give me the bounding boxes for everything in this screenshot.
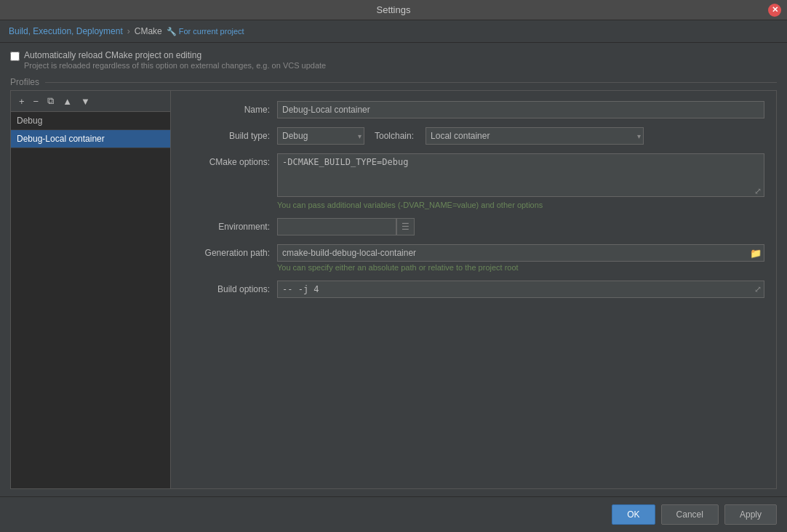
profiles-section: Profiles + − ⧉ ▲ ▼ Debug Debug-Local con… [10, 77, 777, 489]
breadcrumb-parent[interactable]: Build, Execution, Deployment [9, 26, 123, 36]
environment-field-wrap: ☰ [277, 218, 764, 235]
cmake-options-textarea-wrap: ⤢ [277, 153, 764, 199]
autoreload-checkbox[interactable] [10, 52, 20, 61]
apply-button[interactable]: Apply [724, 504, 777, 525]
environment-label: Environment: [183, 218, 277, 232]
build-options-field-wrap: ⤢ [277, 281, 764, 298]
cmake-options-expand-button[interactable]: ⤢ [754, 186, 762, 196]
profile-sidebar: + − ⧉ ▲ ▼ Debug Debug-Local container [11, 91, 171, 488]
build-options-row: Build options: ⤢ [183, 281, 764, 298]
name-field-wrap [277, 101, 764, 118]
move-up-button[interactable]: ▲ [59, 94, 76, 108]
build-options-input[interactable] [277, 281, 764, 298]
profiles-body: + − ⧉ ▲ ▼ Debug Debug-Local container Na… [10, 90, 777, 489]
title-bar: Settings ✕ [0, 0, 787, 20]
close-button[interactable]: ✕ [768, 4, 781, 17]
generation-path-field-wrap: 📁 You can specify either an absolute pat… [277, 244, 764, 272]
generation-path-help: You can specify either an absolute path … [277, 263, 764, 272]
autoreload-label-block: Automatically reload CMake project on ed… [24, 50, 326, 70]
gen-path-wrap: 📁 [277, 244, 764, 262]
environment-edit-button[interactable]: ☰ [396, 218, 415, 235]
toolchain-select[interactable]: Local container Default Docker [426, 127, 644, 145]
breadcrumb-separator: › [127, 26, 130, 36]
toolchain-label: Toolchain: [375, 131, 414, 141]
build-options-label: Build options: [183, 281, 277, 294]
toolchain-select-wrap: Local container Default Docker ▾ [426, 127, 644, 145]
cmake-options-field-wrap: ⤢ You can pass additional variables (-DV… [277, 153, 764, 209]
cmake-options-help: You can pass additional variables (-DVAR… [277, 201, 764, 209]
ok-button[interactable]: OK [612, 504, 655, 525]
name-label: Name: [183, 101, 277, 115]
cmake-options-textarea[interactable] [277, 153, 764, 197]
profile-toolbar: + − ⧉ ▲ ▼ [11, 91, 170, 112]
build-options-wrap: ⤢ [277, 281, 764, 298]
profiles-title: Profiles [10, 77, 39, 87]
build-type-controls: Debug Release RelWithDebInfo MinSizeRel … [277, 127, 764, 145]
browse-folder-button[interactable]: 📁 [750, 248, 762, 259]
name-row: Name: [183, 101, 764, 118]
environment-row: Environment: ☰ [183, 218, 764, 235]
generation-path-row: Generation path: 📁 You can specify eithe… [183, 244, 764, 272]
project-icon: 🔧 [167, 27, 177, 36]
name-input[interactable] [277, 101, 764, 118]
breadcrumb-project-label: For current project [179, 27, 244, 36]
profiles-divider [45, 82, 777, 83]
dialog-footer: OK Cancel Apply [0, 496, 787, 532]
autoreload-row: Automatically reload CMake project on ed… [10, 50, 777, 70]
build-type-select-wrap: Debug Release RelWithDebInfo MinSizeRel … [277, 127, 364, 145]
remove-profile-button[interactable]: − [30, 94, 43, 108]
copy-profile-button[interactable]: ⧉ [44, 94, 57, 108]
profile-list: Debug Debug-Local container [11, 112, 170, 488]
dialog-title: Settings [19, 4, 768, 15]
profile-item-debug[interactable]: Debug [11, 112, 170, 130]
build-options-expand-button[interactable]: ⤢ [754, 284, 762, 294]
breadcrumb-project[interactable]: 🔧 For current project [167, 27, 244, 36]
build-type-select[interactable]: Debug Release RelWithDebInfo MinSizeRel [277, 127, 364, 145]
profiles-header: Profiles [10, 77, 777, 87]
environment-input[interactable] [277, 218, 396, 235]
main-content: Automatically reload CMake project on ed… [0, 43, 787, 496]
cancel-button[interactable]: Cancel [661, 504, 719, 525]
add-profile-button[interactable]: + [15, 94, 28, 108]
autoreload-main-label[interactable]: Automatically reload CMake project on ed… [24, 50, 326, 60]
breadcrumb-current: CMake [135, 26, 162, 36]
build-type-label: Build type: [183, 127, 277, 141]
breadcrumb: Build, Execution, Deployment › CMake 🔧 F… [0, 20, 787, 43]
generation-path-input[interactable] [277, 244, 764, 262]
profile-item-debug-local[interactable]: Debug-Local container [11, 130, 170, 148]
profile-detail: Name: Build type: Debug Release RelWithD [171, 91, 776, 488]
build-type-row: Build type: Debug Release RelWithDebInfo… [183, 127, 764, 145]
autoreload-sub-label: Project is reloaded regardless of this o… [24, 61, 326, 70]
cmake-options-row: CMake options: ⤢ You can pass additional… [183, 153, 764, 209]
cmake-options-label: CMake options: [183, 153, 277, 167]
move-down-button[interactable]: ▼ [77, 94, 94, 108]
generation-path-label: Generation path: [183, 244, 277, 258]
